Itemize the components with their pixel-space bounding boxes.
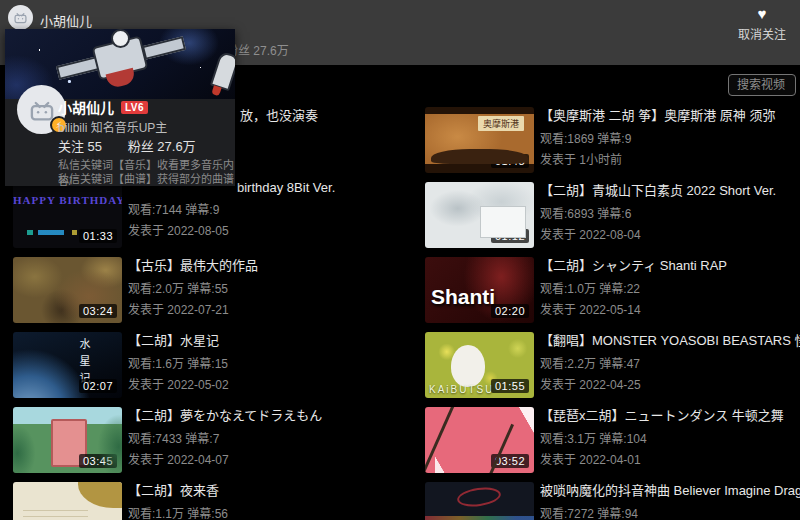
- video-date: 发表于 2022-04-07: [128, 450, 393, 467]
- video-date: 发表于 2022-08-05: [128, 221, 393, 238]
- level-badge: LV6: [121, 101, 148, 114]
- duration-badge: 03:52: [491, 454, 529, 468]
- video-thumbnail[interactable]: [425, 482, 534, 520]
- duration-badge: 01:12: [491, 229, 529, 243]
- video-item[interactable]: Shanti 02:20 【二胡】シャンティ Shanti RAP 观看:1.0…: [425, 255, 800, 325]
- satellite-illustration: [111, 29, 130, 48]
- video-date: 发表于 2022-04-25: [540, 375, 800, 392]
- video-stats: 观看:7144 弹幕:9: [128, 200, 393, 217]
- profile-signature-line2: 私信关键词【曲谱】获得部分的曲谱: [58, 170, 234, 186]
- tv-face-icon: [28, 98, 56, 122]
- duration-badge: 03:45: [79, 454, 117, 468]
- video-thumbnail[interactable]: 奥摩斯港 01:48: [425, 107, 534, 173]
- video-thumbnail[interactable]: 水星记 02:07: [13, 332, 122, 398]
- rocket-illustration: [210, 51, 235, 91]
- video-stats: 观看:7272 弹幕:94: [540, 504, 800, 520]
- video-thumbnail[interactable]: Shanti 02:20: [425, 257, 534, 323]
- video-item[interactable]: HAPPY BIRTHDAY 01:33 birthday 8Bit Ver. …: [13, 180, 393, 250]
- unfollow-label: 取消关注: [736, 25, 788, 42]
- bilibili-space-page: 小胡仙儿 ♥ 取消关注 粉丝 27.6万 放，也没演奏 HAPPY BIRTHD…: [0, 0, 800, 520]
- video-date: 发表于 2022-05-02: [128, 375, 393, 392]
- video-stats: 观看:2.2万 弹幕:47: [540, 354, 800, 371]
- video-title[interactable]: 【二胡】夢をかなえてドラえもん: [128, 405, 393, 424]
- duration-badge: 02:20: [491, 304, 529, 318]
- video-item[interactable]: 03:45 【二胡】夢をかなえてドラえもん 观看:7433 弹幕:7 发表于 2…: [13, 405, 393, 475]
- followers-count: 粉丝 27.6万: [226, 41, 289, 58]
- video-item[interactable]: 03:24 【古乐】最伟大的作品 观看:2.0万 弹幕:55 发表于 2022-…: [13, 255, 393, 325]
- video-stats: 观看:7433 弹幕:7: [128, 429, 393, 446]
- satellite-illustration: [56, 56, 100, 80]
- video-stats: 观看:1.0万 弹幕:22: [540, 279, 800, 296]
- video-stats: 观看:1.1万 弹幕:56: [128, 504, 393, 520]
- video-item[interactable]: 奥摩斯港 01:48 【奥摩斯港 二胡 筝】奥摩斯港 原神 须弥 观看:1869…: [425, 105, 800, 175]
- video-item[interactable]: 水星记 02:07 【二胡】水星记 观看:1.6万 弹幕:15 发表于 2022…: [13, 330, 393, 400]
- video-title[interactable]: 【二胡】青城山下白素贞 2022 Short Ver.: [540, 180, 800, 199]
- video-thumbnail[interactable]: HAPPY BIRTHDAY 01:33: [13, 182, 122, 248]
- video-stats: 观看:1.6万 弹幕:15: [128, 354, 393, 371]
- video-item[interactable]: 被唢呐魔化的抖音神曲 Believer Imagine Dragons 观看:7…: [425, 480, 800, 520]
- thumbnail-text: 奥摩斯港: [478, 116, 524, 131]
- video-stats: 观看:3.1万 弹幕:104: [540, 429, 800, 446]
- duration-badge: 02:07: [79, 379, 117, 393]
- video-date: 发表于 1小时前: [540, 150, 800, 167]
- user-avatar[interactable]: [8, 5, 33, 30]
- video-item[interactable]: 03:52 【琵琶x二胡】ニュートンダンス 牛顿之舞 观看:3.1万 弹幕:10…: [425, 405, 800, 475]
- video-title[interactable]: 【奥摩斯港 二胡 筝】奥摩斯港 原神 须弥: [540, 105, 800, 124]
- duration-badge: 01:33: [79, 229, 117, 243]
- video-item[interactable]: 【二胡】夜来香 观看:1.1万 弹幕:56 发表于 2022-03-18: [13, 480, 393, 520]
- video-thumbnail[interactable]: 03:45: [13, 407, 122, 473]
- unfollow-button[interactable]: ♥ 取消关注: [736, 6, 788, 42]
- profile-honor: bilibili 知名音乐UP主: [58, 118, 167, 135]
- video-title[interactable]: 【二胡】夜来香: [128, 480, 393, 499]
- heart-icon: ♥: [736, 6, 788, 22]
- thumbnail-text: HAPPY BIRTHDAY: [13, 194, 122, 206]
- video-date: 发表于 2022-05-14: [540, 300, 800, 317]
- following-count[interactable]: 关注 55: [58, 139, 102, 154]
- duration-badge: 01:55: [491, 379, 529, 393]
- video-title[interactable]: 被唢呐魔化的抖音神曲 Believer Imagine Dragons: [540, 480, 800, 499]
- tv-face-icon: [13, 11, 28, 24]
- video-title[interactable]: 【琵琶x二胡】ニュートンダンス 牛顿之舞: [540, 405, 800, 424]
- profile-username[interactable]: 小胡仙儿: [58, 97, 114, 117]
- search-input[interactable]: [728, 74, 796, 96]
- video-title[interactable]: 【古乐】最伟大的作品: [128, 255, 393, 274]
- satellite-illustration: [142, 36, 186, 60]
- duration-badge: 03:24: [79, 304, 117, 318]
- thumbnail-text: Shanti: [431, 285, 495, 309]
- video-stats: 观看:6893 弹幕:6: [540, 204, 800, 221]
- user-profile-card: ⚡ 小胡仙儿 LV6 bilibili 知名音乐UP主 关注 55 粉丝 27.…: [5, 29, 235, 186]
- video-item[interactable]: 01:12 【二胡】青城山下白素贞 2022 Short Ver. 观看:689…: [425, 180, 800, 250]
- video-date: 发表于 2022-07-21: [128, 300, 393, 317]
- video-date: 发表于 2022-04-01: [540, 450, 800, 467]
- video-thumbnail[interactable]: 03:52: [425, 407, 534, 473]
- video-stats: 观看:2.0万 弹幕:55: [128, 279, 393, 296]
- profile-stats: 关注 55 粉丝 27.6万: [58, 136, 196, 155]
- username[interactable]: 小胡仙儿: [40, 11, 92, 30]
- video-stats: 观看:1869 弹幕:9: [540, 129, 800, 146]
- video-thumbnail[interactable]: KAiBUTSU 01:55: [425, 332, 534, 398]
- video-title[interactable]: 【翻唱】MONSTER YOASOBI BEASTARS 怪物「Kaibutsu…: [540, 330, 800, 349]
- video-thumbnail[interactable]: 01:12: [425, 182, 534, 248]
- video-thumbnail[interactable]: 03:24: [13, 257, 122, 323]
- thumbnail-text: KAiBUTSU: [429, 384, 494, 395]
- video-date: 发表于 2022-08-04: [540, 225, 800, 242]
- video-title[interactable]: 【二胡】水星记: [128, 330, 393, 349]
- video-item[interactable]: KAiBUTSU 01:55 【翻唱】MONSTER YOASOBI BEAST…: [425, 330, 800, 400]
- video-title[interactable]: 【二胡】シャンティ Shanti RAP: [540, 255, 800, 274]
- video-thumbnail[interactable]: [13, 482, 122, 520]
- duration-badge: 01:48: [491, 154, 529, 168]
- followers-count[interactable]: 粉丝 27.6万: [128, 139, 196, 154]
